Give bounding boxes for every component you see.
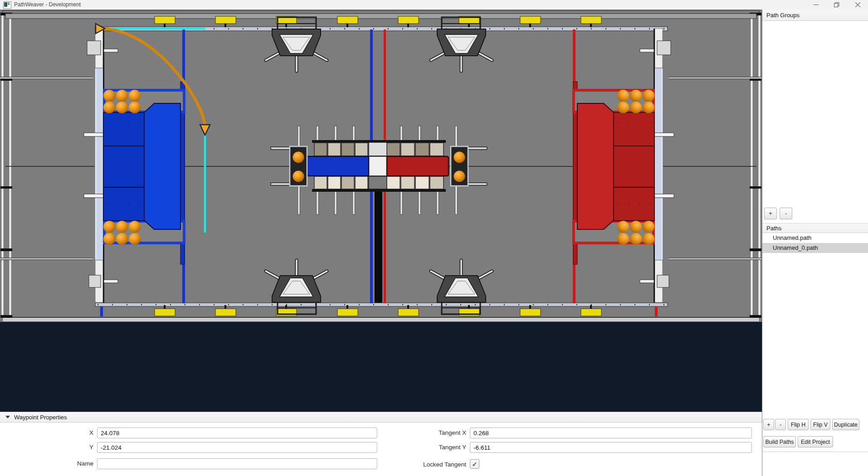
red-alliance-structure xyxy=(573,82,654,264)
name-field[interactable] xyxy=(97,458,377,469)
output-console-area xyxy=(0,322,762,412)
duplicate-button[interactable]: Duplicate xyxy=(832,419,859,430)
collapse-arrow-icon xyxy=(5,416,10,418)
waypoint-properties-header[interactable]: Waypoint Properties xyxy=(0,412,762,423)
close-button[interactable] xyxy=(847,0,868,10)
pathweaver-window: { "window": { "title": "PathWeaver - Dev… xyxy=(0,0,868,476)
add-path-button[interactable]: + xyxy=(763,419,774,430)
remove-path-group-button[interactable]: - xyxy=(780,208,792,219)
edit-project-button[interactable]: Edit Project xyxy=(798,436,833,447)
blue-alliance-structure xyxy=(103,82,185,264)
minimize-button[interactable] xyxy=(805,0,826,10)
checkmark-icon xyxy=(472,461,478,467)
app-icon xyxy=(3,1,11,9)
y-label: Y xyxy=(0,442,93,453)
build-paths-button[interactable]: Build Paths xyxy=(763,436,796,447)
path-groups-header: Path Groups xyxy=(762,10,868,21)
x-field[interactable] xyxy=(97,427,377,438)
waypoint-properties-panel: Waypoint Properties X Y Name Tangent X T… xyxy=(0,412,762,476)
tangent-y-label: Tangent Y xyxy=(376,442,466,453)
restore-button[interactable] xyxy=(826,0,847,10)
close-icon xyxy=(855,2,860,7)
remove-path-button[interactable]: - xyxy=(775,419,786,430)
waypoint-properties-title: Waypoint Properties xyxy=(14,414,67,421)
path-list-item-selected[interactable]: Unnamed_0.path xyxy=(762,243,868,253)
tangent-y-field[interactable] xyxy=(470,442,752,453)
y-field[interactable] xyxy=(97,442,377,453)
name-label: Name xyxy=(0,458,93,469)
restore-icon xyxy=(834,2,839,7)
window-title: PathWeaver - Development xyxy=(14,1,81,8)
flip-h-button[interactable]: Flip H xyxy=(788,419,809,430)
tangent-x-label: Tangent X xyxy=(376,427,466,438)
locked-tangent-label: Locked Tangent xyxy=(376,459,466,470)
minimize-icon xyxy=(814,2,819,7)
field-image xyxy=(0,10,762,322)
locked-tangent-checkbox[interactable] xyxy=(470,459,479,469)
sidebar-divider xyxy=(762,452,868,452)
path-list-item[interactable]: Unnamed.path xyxy=(762,233,868,243)
flip-v-button[interactable]: Flip V xyxy=(810,419,830,430)
title-bar[interactable]: PathWeaver - Development xyxy=(0,0,868,10)
x-label: X xyxy=(0,427,93,438)
field-canvas[interactable] xyxy=(0,10,762,322)
sidebar: Path Groups + - Paths Unnamed.path Unnam… xyxy=(762,10,868,476)
tangent-x-field[interactable] xyxy=(470,427,752,438)
add-path-group-button[interactable]: + xyxy=(764,208,777,219)
paths-header: Paths xyxy=(762,223,868,233)
